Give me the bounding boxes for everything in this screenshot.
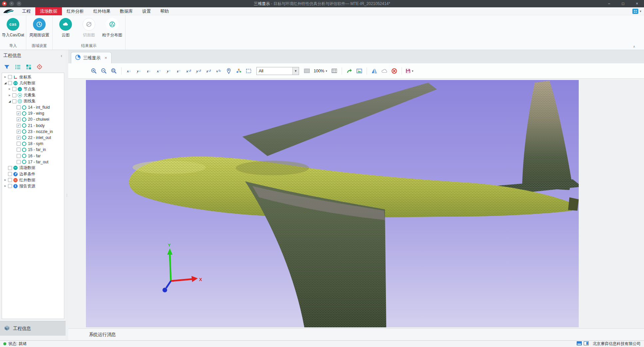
- tree-expander-icon[interactable]: ▶: [8, 94, 12, 97]
- tree-item-coordinate-system[interactable]: ▶坐标系: [2, 74, 64, 80]
- close-button[interactable]: ×: [630, 0, 644, 7]
- texture-button[interactable]: [302, 66, 311, 76]
- project-info-tab[interactable]: 工程信息: [0, 321, 66, 336]
- tab-close-icon[interactable]: ×: [105, 55, 107, 60]
- view-y-button-8[interactable]: y↺: [194, 66, 203, 76]
- tree-checkbox[interactable]: [8, 184, 12, 188]
- tree-checkbox[interactable]: ✓: [17, 117, 21, 121]
- save-view-button[interactable]: ▾: [405, 66, 414, 76]
- filter-icon[interactable]: [4, 64, 10, 70]
- tree-item-surface-17[interactable]: 17 - far_out: [2, 159, 64, 165]
- tree-expander-icon[interactable]: ◢: [3, 81, 7, 85]
- tree-item-face-set[interactable]: ◢面线集: [2, 98, 64, 104]
- tree-checkbox[interactable]: [8, 178, 12, 182]
- app-menu-button[interactable]: [2, 1, 7, 6]
- view-y-button-2[interactable]: y↓: [135, 66, 144, 76]
- tree-checkbox[interactable]: [8, 75, 12, 79]
- tree-item-surface-18[interactable]: 18 - sym: [2, 141, 64, 147]
- clear-display-button[interactable]: [390, 66, 399, 76]
- combo-dropdown-icon[interactable]: ▼: [292, 67, 299, 75]
- ribbon-button-particle-distribution[interactable]: 粒子分布图: [101, 17, 123, 42]
- tree-expander-icon[interactable]: ▶: [3, 185, 7, 187]
- tree-item-geometry-data[interactable]: ◢几何数据: [2, 80, 64, 86]
- grid-button[interactable]: [330, 66, 339, 76]
- locate-button[interactable]: [224, 66, 233, 76]
- tree-item-infrared-data[interactable]: ▶红外数据: [2, 177, 64, 183]
- toolbar-options-chevron-icon[interactable]: ▾: [640, 9, 641, 13]
- node-display-button[interactable]: [234, 66, 243, 76]
- ribbon-button-contour-map[interactable]: 云图: [55, 17, 77, 42]
- undo-button[interactable]: ‹: [9, 1, 14, 6]
- ribbon-collapse-icon[interactable]: ∧: [633, 45, 635, 48]
- view-z-button-3[interactable]: z↓: [145, 66, 154, 76]
- save-chevron-icon[interactable]: ▾: [412, 69, 414, 73]
- menu-item-4[interactable]: 红外结果: [89, 7, 115, 15]
- panel-splitter[interactable]: ⋮: [66, 50, 68, 340]
- maximize-button[interactable]: □: [616, 0, 630, 7]
- tree-checkbox[interactable]: ✓: [17, 130, 21, 134]
- ribbon-button-periodic-surface[interactable]: 周期面设置: [28, 17, 50, 42]
- view-x-button-1[interactable]: x↓: [125, 66, 134, 76]
- mirror-button[interactable]: [370, 66, 379, 76]
- snapshot-button[interactable]: [355, 66, 364, 76]
- display-filter-select[interactable]: All ▼: [256, 67, 299, 75]
- tree-checkbox[interactable]: [8, 81, 12, 85]
- cloud-display-button[interactable]: [380, 66, 389, 76]
- zoom-fit-button[interactable]: [110, 66, 119, 76]
- tree-item-surface-14[interactable]: 14 - int_fluid: [2, 104, 64, 110]
- minimize-button[interactable]: −: [602, 0, 616, 7]
- tree-checkbox[interactable]: [8, 172, 12, 176]
- tree-checkbox[interactable]: [12, 93, 16, 97]
- quick-toolbar-icon[interactable]: [632, 9, 638, 14]
- tree-item-surface-20[interactable]: ✓20 - chuiwei: [2, 116, 64, 122]
- tree-item-surface-22[interactable]: ✓22 - inlet_out: [2, 135, 64, 141]
- view-y-button-5[interactable]: y↑: [164, 66, 173, 76]
- tab-3d-display[interactable]: 三维显示 ×: [71, 52, 112, 63]
- menu-item-5[interactable]: 数据库: [115, 7, 138, 15]
- view-z-button-6[interactable]: z↑: [174, 66, 183, 76]
- view-z-button-9[interactable]: z↺: [204, 66, 213, 76]
- menu-item-2[interactable]: 流场数据: [35, 7, 62, 15]
- view-v-button-10[interactable]: v↻: [214, 66, 223, 76]
- tree-checkbox[interactable]: ✓: [17, 111, 21, 115]
- ribbon-button-cas-import[interactable]: cas导入Cas/Dat: [2, 17, 24, 42]
- tree-checkbox[interactable]: [17, 142, 21, 146]
- tree-checkbox[interactable]: [12, 99, 16, 103]
- grid-view-icon[interactable]: [26, 64, 31, 70]
- tree-checkbox[interactable]: [17, 154, 21, 158]
- tree-item-element-set[interactable]: ▶元素集: [2, 92, 64, 98]
- list-view-icon[interactable]: [15, 64, 21, 70]
- menu-item-6[interactable]: 设置: [138, 7, 156, 15]
- zoom-out-button[interactable]: [100, 66, 109, 76]
- tree-expander-icon[interactable]: ◢: [8, 100, 12, 103]
- tree-checkbox[interactable]: [8, 166, 12, 170]
- tree-item-report-resources[interactable]: ▶报告资源: [2, 183, 64, 189]
- menu-item-3[interactable]: 红外分析: [62, 7, 89, 15]
- export-view-button[interactable]: [345, 66, 354, 76]
- tree-item-surface-23[interactable]: ✓23 - nozzle_in: [2, 129, 64, 135]
- tree-checkbox[interactable]: [17, 148, 21, 152]
- tree-checkbox[interactable]: [12, 87, 16, 91]
- tree-expander-icon[interactable]: ▶: [3, 76, 7, 78]
- view-x-button-4[interactable]: x↑: [155, 66, 163, 76]
- tree-checkbox[interactable]: [17, 160, 21, 164]
- tree-checkbox[interactable]: ✓: [17, 136, 21, 140]
- tree-checkbox[interactable]: [17, 105, 21, 109]
- zoom-in-button[interactable]: [90, 66, 99, 76]
- panel-layout-icon-2[interactable]: [584, 341, 589, 346]
- tree-item-boundary-conditions[interactable]: 边界条件: [2, 171, 64, 177]
- zoom-level-dropdown[interactable]: 100% ▾: [314, 69, 327, 73]
- redo-button[interactable]: ›: [17, 1, 21, 6]
- menu-item-7[interactable]: 帮助: [156, 7, 173, 15]
- viewport-canvas[interactable]: Y X: [86, 80, 579, 327]
- tree-expander-icon[interactable]: ▶: [3, 179, 7, 181]
- tree-item-flow-field-data[interactable]: 流场数据: [2, 165, 64, 171]
- box-select-button[interactable]: [244, 66, 253, 76]
- tree-expander-icon[interactable]: ▶: [8, 88, 12, 90]
- tree-item-surface-16[interactable]: 16 - far: [2, 153, 64, 159]
- tree-item-surface-21[interactable]: ✓21 - body: [2, 123, 64, 129]
- locate-target-icon[interactable]: [37, 64, 42, 70]
- tree-item-node-set[interactable]: ▶节点集: [2, 86, 64, 92]
- menu-item-1[interactable]: 工程: [17, 7, 35, 15]
- panel-layout-icon-1[interactable]: [577, 341, 582, 346]
